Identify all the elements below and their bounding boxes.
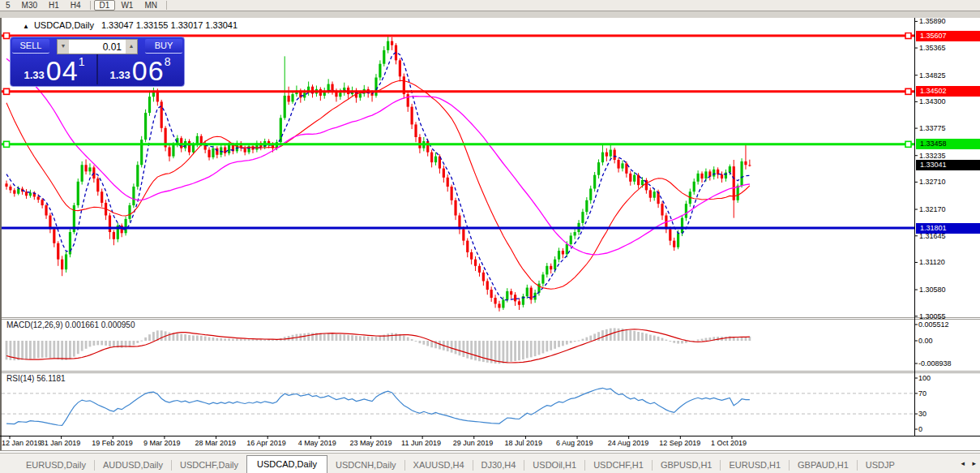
timeframe-toolbar: 5M30H1H4D1W1MN [0,0,980,11]
volume-increase-button[interactable]: ▲ [126,40,137,54]
timeframe-button-mn[interactable]: MN [139,0,163,11]
toolbar-separator [166,1,167,10]
tab-scroll-left-icon[interactable]: ◂ [961,459,965,467]
chart-tab-usdjp[interactable]: USDJP [858,457,903,473]
macd-main-value: 0.001661 [65,320,99,329]
volume-input[interactable] [69,40,126,54]
timeframe-button-m30[interactable]: M30 [16,0,43,11]
chart-tab-usdchf-h1[interactable]: USDCHF,H1 [585,457,652,473]
chart-tab-gbpusd-h1[interactable]: GBPUSD,H1 [653,457,721,473]
sell-price-big: 04 [46,58,79,84]
tab-scroll-right-icon[interactable]: ▸ [972,459,976,467]
chart-title: USDCAD,Daily [34,20,94,30]
sell-price-sup: 1 [79,55,85,68]
collapse-triangle-icon[interactable]: ▲ [23,23,29,30]
toolbar-separator [90,1,91,10]
buy-price-display[interactable]: 1.33 06 8 [98,54,182,84]
chart-tab-audusd-daily[interactable]: AUDUSD,Daily [95,457,171,473]
chart-tab-dj30-h4[interactable]: DJ30,H4 [473,457,524,473]
window-frame [0,11,980,18]
chart-ohlc-values: 1.33047 1.33155 1.33017 1.33041 [101,20,238,30]
chart-tab-xauusd-h4[interactable]: XAUUSD,H4 [405,457,473,473]
chart-tab-eurusd-daily[interactable]: EURUSD,Daily [18,457,94,473]
timeframe-button-5[interactable]: 5 [0,0,16,11]
chart-tab-usdoil-h1[interactable]: USDOil,H1 [524,457,584,473]
chart-tab-usdchf-daily[interactable]: USDCHF,Daily [172,457,246,473]
timeframe-button-d1[interactable]: D1 [94,0,116,11]
chart-tab-usdcad-daily[interactable]: USDCAD,Daily [246,455,327,473]
macd-signal-value: 0.000950 [101,320,135,329]
buy-price-big: 06 [132,58,165,84]
buy-button[interactable]: BUY [145,39,182,54]
buy-price-small: 1.33 [110,69,131,81]
volume-decrease-button[interactable]: ▼ [58,40,69,54]
timeframe-button-w1[interactable]: W1 [115,0,139,11]
sell-price-small: 1.33 [24,69,45,81]
tab-scroll-arrows: ◂ ▸ [955,459,976,467]
sell-price-display[interactable]: 1.33 04 1 [12,54,98,84]
rsi-value: 56.1181 [36,374,65,383]
chart-tab-eurusd-h1[interactable]: EURUSD,H1 [721,457,789,473]
chart-tab-gbpaud-h1[interactable]: GBPAUD,H1 [790,457,857,473]
chart-tab-usdcnh-daily[interactable]: USDCNH,Daily [327,457,404,473]
rsi-name: RSI(14) [6,374,34,383]
macd-name: MACD(12,26,9) [6,320,62,329]
timeframe-button-h1[interactable]: H1 [43,0,65,11]
rsi-indicator-label: RSI(14) 56.1181 [6,374,66,383]
chart-title-bar: ▲USDCAD,Daily1.33047 1.33155 1.33017 1.3… [2,18,913,32]
symbol-tab-bar: EURUSD,DailyAUDUSD,DailyUSDCHF,DailyUSDC… [0,453,980,473]
volume-spinner: ▼ ▲ [57,39,138,54]
one-click-trading-panel: SELL ▼ ▲ BUY 1.33 04 1 1.33 06 8 [10,37,185,87]
macd-indicator-label: MACD(12,26,9) 0.001661 0.000950 [6,320,135,329]
sell-button[interactable]: SELL [12,39,49,54]
buy-price-sup: 8 [165,55,171,68]
timeframe-button-h4[interactable]: H4 [65,0,87,11]
